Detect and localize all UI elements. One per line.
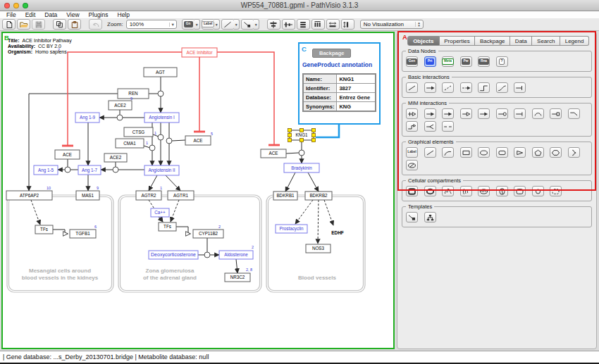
open-pathway-button[interactable] [17, 19, 30, 30]
copy-button[interactable] [53, 19, 66, 30]
rectangle-button[interactable] [460, 147, 472, 158]
selection-handle[interactable] [288, 129, 292, 132]
node-tfs[interactable]: TFs [159, 222, 176, 231]
dashed-arrow-button[interactable] [460, 82, 472, 93]
node-kng1[interactable]: KNG1 [288, 129, 316, 142]
node-ace[interactable]: ACE [185, 136, 211, 145]
endoplasmic-reticulum-button[interactable] [442, 186, 454, 196]
curved-connector-button[interactable] [496, 82, 508, 93]
compartment[interactable]: Mesangial cells aroundblood vessels in t… [7, 195, 113, 292]
unknown-datanode-button[interactable]: ? [496, 56, 508, 67]
reaction-template-button[interactable] [406, 212, 418, 222]
node-ace[interactable]: ACE [55, 150, 80, 159]
mim-modification-button[interactable] [478, 108, 490, 119]
graphic-line-button[interactable] [424, 147, 436, 158]
menu-view[interactable]: View [66, 11, 79, 18]
node-ace2[interactable]: ACE2 [109, 101, 132, 110]
label-element-button[interactable]: Label [406, 147, 418, 158]
metabolite-datanode-button[interactable]: Meta [442, 56, 454, 67]
zoom-window-button[interactable] [23, 3, 28, 8]
datanode-tool-button[interactable]: Gn [182, 19, 195, 30]
mim-branching-right-button[interactable] [424, 121, 436, 132]
node-bdkrb2[interactable]: BDKRB2 [305, 192, 332, 200]
pentagon-button[interactable] [532, 147, 544, 158]
node-aldosterone[interactable]: Aldosterone [219, 251, 253, 259]
nucleus-button[interactable] [424, 186, 436, 196]
node-atp6ap2[interactable]: ATP6AP2 [6, 191, 52, 200]
menu-help[interactable]: Help [118, 11, 130, 18]
arc-button[interactable] [442, 147, 454, 158]
align-center-horizontal-button[interactable] [267, 19, 280, 30]
connector-tool-dropdown[interactable]: ▼ [254, 19, 259, 30]
menu-edit[interactable]: Edit [25, 11, 36, 18]
rna-datanode-button[interactable]: Rna [478, 56, 490, 67]
node-tgfb1[interactable]: TGFB1 [70, 230, 96, 238]
node-tfs[interactable]: TFs [35, 225, 53, 234]
selection-handle[interactable] [288, 139, 292, 142]
gene-datanode-button[interactable]: Gen [406, 56, 418, 67]
pathway-template-button[interactable] [424, 212, 436, 222]
mim-stimulation-button[interactable] [460, 108, 472, 119]
zoom-select[interactable]: 100%▼ [126, 20, 177, 29]
node-agt[interactable]: AGT [144, 68, 177, 77]
tab-data[interactable]: Data [510, 36, 532, 46]
mim-gap-button[interactable] [442, 121, 454, 132]
menu-file[interactable]: File [6, 11, 16, 18]
minimize-button[interactable] [13, 3, 19, 8]
node-nos3[interactable]: NOS3 [306, 244, 331, 253]
node-ace2[interactable]: ACE2 [104, 153, 127, 162]
tab-properties[interactable]: Properties [440, 36, 476, 46]
dashed-line-button[interactable] [442, 82, 454, 93]
new-pathway-button[interactable] [2, 19, 16, 30]
vesicle-button[interactable] [532, 186, 544, 196]
node-ace-inhibitor[interactable]: ACE Inhibitor [182, 48, 217, 57]
pathway-datanode-button[interactable]: Pw [460, 56, 472, 67]
stack-horizontal-button[interactable] [311, 19, 325, 30]
mim-necessary-stimulation-button[interactable] [406, 108, 418, 119]
node-angiotensin-ii[interactable]: Angiotensin II [144, 165, 179, 175]
node-angiotensin-i[interactable]: Angiotensin I [144, 113, 179, 123]
common-width-button[interactable] [326, 19, 340, 30]
selection-handle[interactable] [312, 129, 316, 132]
node-edhf[interactable]: EDHF [331, 230, 344, 235]
mim-covalent-bond-button[interactable] [550, 108, 562, 119]
visualization-select[interactable]: No Visualization▲▼ [360, 20, 424, 29]
node-bdkrb1[interactable]: BDKRB1 [273, 192, 297, 200]
node-ctsg[interactable]: CTSG [124, 127, 153, 137]
node-ca-[interactable]: Ca++ [151, 208, 169, 217]
line-tool-button[interactable] [221, 19, 235, 30]
selection-handle[interactable] [288, 134, 292, 137]
mim-catalysis-button[interactable] [496, 108, 508, 119]
node-cyp11b2[interactable]: CYP11B2 [193, 230, 223, 238]
cell-compartment-button[interactable] [406, 186, 418, 196]
selection-handle[interactable] [312, 139, 316, 142]
node-ren[interactable]: REN [118, 89, 149, 99]
rounded-rectangle-button[interactable] [496, 147, 508, 158]
menu-data[interactable]: Data [44, 11, 57, 18]
mim-cleavage-button[interactable] [532, 108, 544, 119]
datanode-tool-dropdown[interactable]: ▼ [194, 19, 200, 30]
node-cma1[interactable]: CMA1 [116, 139, 144, 148]
mim-binding-button[interactable] [424, 108, 436, 119]
tab-search[interactable]: Search [532, 36, 560, 46]
node-agtr2[interactable]: AGTR2 [136, 191, 161, 200]
tab-legend[interactable]: Legend [560, 36, 589, 46]
organelle-button[interactable] [514, 186, 526, 196]
mim-branching-left-button[interactable] [568, 108, 580, 119]
node-deoxycorticosterone[interactable]: Deoxycorticosterone [149, 251, 198, 259]
line-tool-dropdown[interactable]: ▼ [234, 19, 240, 30]
tab-objects[interactable]: Objects [407, 36, 440, 46]
tab-backpage[interactable]: Backpage [475, 36, 510, 46]
crossed-oval-button[interactable] [406, 160, 418, 170]
triangle-button[interactable] [514, 147, 526, 158]
menu-plugins[interactable]: Plugins [89, 11, 109, 18]
label-tool-button[interactable]: Label [202, 19, 215, 30]
node-agtr1[interactable]: AGTR1 [168, 191, 194, 200]
directed-line-button[interactable] [424, 82, 436, 93]
node-ang-1-9[interactable]: Ang 1-9 [75, 113, 99, 123]
selection-handle[interactable] [300, 129, 304, 132]
selection-handle[interactable] [312, 134, 316, 137]
elbow-connector-button[interactable] [478, 82, 490, 93]
protein-datanode-button[interactable]: Prt [424, 56, 436, 67]
oval-button[interactable] [478, 147, 490, 158]
